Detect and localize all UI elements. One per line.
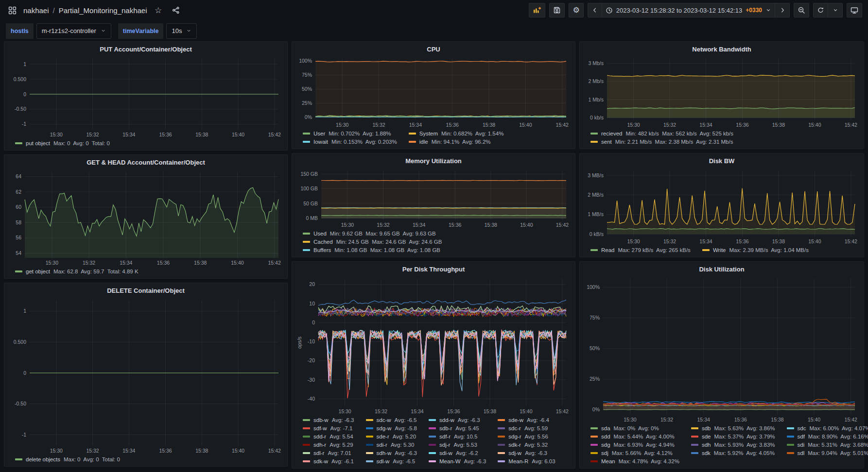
time-range-forward-button[interactable]: [775, 3, 790, 17]
legend-item-sdc-r[interactable]: sdc-rAvg: 5.59: [498, 424, 555, 432]
chart-canvas-memory[interactable]: 150 GB100 GB50 GB0 MB15:3015:3215:3415:3…: [296, 167, 571, 229]
legend-item-Buffers[interactable]: BuffersMin: 1.08 GB Max: 1.08 GB Avg: 1.…: [303, 246, 442, 254]
chart-canvas-diskutil[interactable]: 100%75%50%25%0%15:3015:3215:3415:3615:38…: [584, 275, 860, 423]
breadcrumb-dashboard[interactable]: Partial_Monitoring_nakhaei: [59, 6, 147, 15]
variable-timevariable-label[interactable]: timeVariable: [118, 23, 164, 39]
refresh-interval-button[interactable]: [828, 3, 843, 17]
legend-item-delete objects[interactable]: delete objectsMax: 0 Avg: 0 Total: 0: [15, 455, 120, 463]
legend-item-idle[interactable]: idleMin: 94.1% Avg: 96.2%: [409, 138, 504, 146]
legend-item-sdd-w[interactable]: sdd-wAvg: -6.3: [429, 416, 486, 424]
legend-item-sdg[interactable]: sdgMax: 6.93% Avg: 4.94%: [590, 441, 679, 449]
legend-item-sent[interactable]: sentMin: 2.21 Mb/s Max: 2.38 Mb/s Avg: 2…: [590, 138, 733, 146]
legend-item-sdl[interactable]: sdlMax: 9.04% Avg: 5.01%: [787, 449, 868, 457]
legend-item-get object[interactable]: get objectMax: 62.8 Avg: 59.7 Total: 4.8…: [15, 268, 139, 275]
share-icon[interactable]: [170, 4, 182, 17]
legend-item-Iowait[interactable]: IowaitMin: 0.153% Avg: 0.203%: [303, 138, 397, 146]
legend-item-Mean-W[interactable]: Mean-WAvg: -6.3: [429, 457, 486, 465]
legend-item-sde[interactable]: sdeMax: 5.37% Avg: 3.79%: [691, 433, 775, 440]
refresh-button[interactable]: [813, 3, 828, 17]
chart-canvas-network[interactable]: 3 Mb/s2 Mb/s1 Mb/s0 kb/s15:3015:3215:341…: [584, 55, 860, 129]
legend-item-sdh-r[interactable]: sdh-rAvg: 5.29: [303, 441, 354, 449]
variable-hostls-value[interactable]: m-r1z1s2-controller: [36, 23, 111, 39]
breadcrumb-folder[interactable]: nakhaei: [23, 6, 49, 15]
legend-item-put object[interactable]: put objectMax: 0 Avg: 0 Total: 0: [15, 139, 110, 147]
panel-title-delete[interactable]: DELETE Container/Object: [8, 286, 283, 296]
legend-item-Mean[interactable]: MeanMax: 4.78% Avg: 4.32%: [590, 457, 679, 465]
variable-hostls-selected: m-r1z1s2-controller: [42, 27, 96, 34]
panel-title-cpu[interactable]: CPU: [296, 44, 571, 55]
legend-series-name: System: [419, 130, 438, 137]
legend-item-sdb-w[interactable]: sdb-wAvg: -6.3: [303, 416, 354, 424]
time-range-back-button[interactable]: [588, 3, 602, 17]
legend-item-sde-r[interactable]: sde-rAvg: 5.20: [366, 433, 417, 440]
panel-title-diskutil[interactable]: Disk Utilization: [584, 264, 860, 275]
legend-item-sdc-w[interactable]: sdc-wAvg: -6.5: [366, 416, 417, 424]
dashboards-grid-icon[interactable]: [6, 4, 18, 17]
legend-item-Read[interactable]: ReadMax: 279 kB/s Avg: 265 kB/s: [590, 246, 691, 254]
panel-title-put[interactable]: PUT Account/Container/Object: [8, 44, 283, 55]
variable-timevariable-value[interactable]: 10s: [166, 23, 197, 39]
legend-series-marker: [429, 444, 436, 446]
legend-item-sdl-w[interactable]: sdl-wAvg: -6.5: [366, 457, 417, 465]
legend-item-User[interactable]: UserMin: 0.702% Avg: 1.88%: [303, 130, 397, 137]
save-dashboard-button[interactable]: [549, 3, 565, 17]
legend-item-sdc[interactable]: sdcMax: 6.00% Avg: 4.07%: [787, 424, 868, 432]
legend-item-sdd[interactable]: sddMax: 5.44% Avg: 4.00%: [590, 433, 679, 440]
dashboard-settings-button[interactable]: ⚙: [569, 3, 583, 17]
panel-title-memory[interactable]: Memory Utilization: [296, 156, 571, 167]
legend-item-recieved[interactable]: recievedMin: 482 kb/s Max: 562 kb/s Avg:…: [590, 130, 733, 137]
legend-item-Write[interactable]: WriteMax: 2.39 MB/s Avg: 1.04 MB/s: [702, 246, 809, 254]
legend-item-sdi[interactable]: sdiMax: 5.31% Avg: 3.68%: [787, 441, 868, 449]
legend-item-sdh-w[interactable]: sdh-wAvg: -6.3: [366, 449, 417, 457]
legend-item-Used[interactable]: UsedMin: 9.62 GB Max: 9.65 GB Avg: 9.63 …: [303, 230, 442, 237]
legend-item-Cached[interactable]: CachedMin: 24.5 GB Max: 24.6 GB Avg: 24.…: [303, 238, 442, 246]
panel-title-network[interactable]: Network Bandwidth: [584, 44, 860, 55]
svg-text:1: 1: [23, 61, 26, 67]
legend-item-sdk-r[interactable]: sdk-rAvg: 5.32: [498, 441, 555, 449]
svg-text:15:32: 15:32: [83, 260, 95, 266]
legend-series-name: sda: [601, 424, 610, 432]
legend-item-sdj-r[interactable]: sdj-rAvg: 5.53: [429, 441, 486, 449]
legend-item-sdh[interactable]: sdhMax: 5.93% Avg: 3.83%: [691, 441, 775, 449]
zoom-out-time-button[interactable]: [794, 3, 809, 17]
chart-canvas-diskbw[interactable]: 3 MB/s2 MB/s1 MB/s0 kB/s15:3015:3215:341…: [584, 167, 860, 245]
legend-item-sdf-r[interactable]: sdf-rAvg: 10.5: [429, 433, 486, 440]
chart-canvas-put[interactable]: 10.5000-0.50-115:3015:3215:3415:3615:381…: [8, 55, 283, 138]
legend-item-sdf[interactable]: sdfMax: 8.90% Avg: 6.16%: [787, 433, 868, 440]
kiosk-mode-button[interactable]: [847, 3, 862, 17]
legend-item-sdb-r[interactable]: sdb-rAvg: 5.45: [429, 424, 486, 432]
legend-item-sdk[interactable]: sdkMax: 5.92% Avg: 4.05%: [691, 449, 775, 457]
legend-series-stats: Avg: 5.54: [330, 433, 353, 440]
chevron-down-icon: [186, 28, 191, 34]
legend-item-Mean-R[interactable]: Mean-RAvg: 6.03: [498, 457, 555, 465]
legend-item-sdf-w[interactable]: sdf-wAvg: -7.1: [303, 424, 354, 432]
legend-item-sdd-r[interactable]: sdd-rAvg: 5.54: [303, 433, 354, 440]
add-panel-button[interactable]: [529, 3, 545, 17]
panel-title-perdisk[interactable]: Per Disk Throughput: [296, 264, 571, 275]
legend-item-sde-w[interactable]: sde-wAvg: -6.4: [498, 416, 555, 424]
legend-item-sdk-w[interactable]: sdk-wAvg: -6.1: [303, 457, 354, 465]
time-range-picker[interactable]: 2023-03-12 15:28:32 to 2023-03-12 15:42:…: [602, 3, 775, 17]
panel-title-get[interactable]: GET & HEAD Account/Container/Object: [8, 157, 283, 168]
chart-canvas-delete[interactable]: 10.5000-0.50-115:3015:3215:3415:3615:381…: [8, 296, 283, 455]
legend-item-sdb[interactable]: sdbMax: 5.63% Avg: 3.86%: [691, 424, 775, 432]
panel-title-diskbw[interactable]: Disk BW: [584, 156, 860, 167]
chart-canvas-cpu[interactable]: 100%75%50%25%0%15:3015:3215:3415:3615:38…: [296, 55, 571, 129]
chart-canvas-perdisk[interactable]: 20100-10-20-30-4015:3015:3215:3415:3615:…: [296, 275, 571, 415]
legend-item-sdi-w[interactable]: sdi-wAvg: -6.2: [429, 449, 486, 457]
svg-text:15:34: 15:34: [413, 222, 425, 228]
svg-text:15:38: 15:38: [772, 238, 785, 244]
legend-series-marker: [590, 460, 598, 462]
legend-item-sdi-r[interactable]: sdi-rAvg: 5.30: [366, 441, 417, 449]
variable-hostls-label[interactable]: hostls: [6, 23, 34, 39]
legend-item-System[interactable]: SystemMin: 0.682% Avg: 1.54%: [409, 130, 504, 137]
legend-item-sdg-r[interactable]: sdg-rAvg: 5.56: [498, 433, 555, 440]
legend-item-sda[interactable]: sdaMax: 0% Avg: 0%: [590, 424, 679, 432]
legend-series-name: sdl-r: [313, 449, 324, 457]
legend-item-sdj-w[interactable]: sdj-wAvg: -6.3: [498, 449, 555, 457]
legend-item-sdg-w[interactable]: sdg-wAvg: -5.8: [366, 424, 417, 432]
star-icon[interactable]: ☆: [152, 4, 165, 17]
legend-item-sdl-r[interactable]: sdl-rAvg: 7.01: [303, 449, 354, 457]
legend-item-sdj[interactable]: sdjMax: 5.66% Avg: 4.12%: [590, 449, 679, 457]
chart-canvas-get[interactable]: 64626058565415:3015:3215:3415:3615:3815:…: [8, 168, 283, 267]
